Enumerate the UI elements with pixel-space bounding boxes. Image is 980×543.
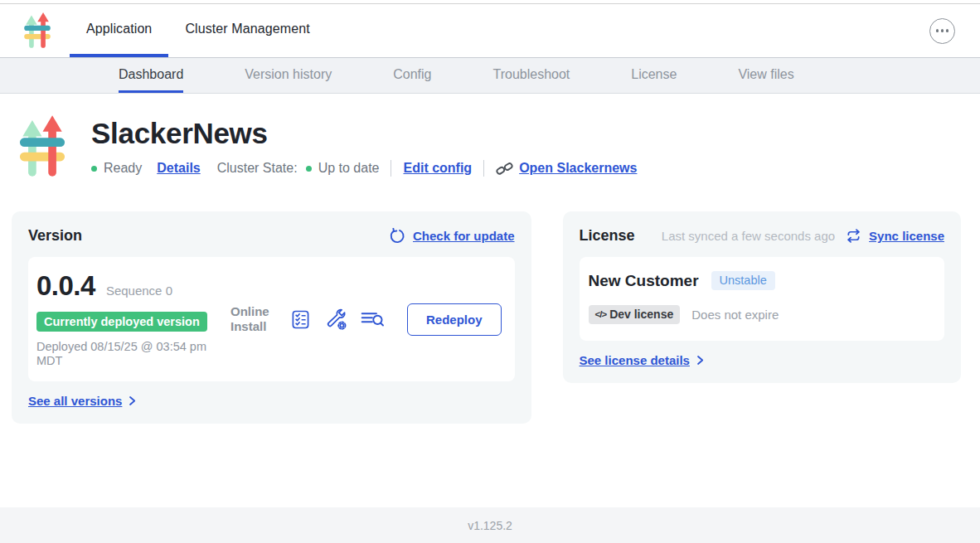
config-wrench-icon[interactable] bbox=[325, 308, 347, 330]
divider bbox=[483, 160, 484, 177]
license-card: License Last synced a few seconds ago Sy… bbox=[563, 211, 961, 383]
divider bbox=[391, 160, 391, 177]
edit-config-link[interactable]: Edit config bbox=[403, 161, 472, 176]
channel-badge: Unstable bbox=[711, 271, 775, 290]
status-details-link[interactable]: Details bbox=[157, 161, 200, 176]
cluster-state-dot bbox=[306, 166, 312, 172]
open-app-link[interactable]: Open Slackernews bbox=[496, 161, 637, 176]
license-details-panel: New Customer Unstable </> Dev license Do… bbox=[580, 257, 944, 341]
deployed-timestamp: Deployed 08/15/25 @ 03:54 pm MDT bbox=[36, 340, 215, 369]
app-status-row: Ready Details Cluster State: Up to date … bbox=[91, 160, 637, 177]
deployed-status-badge: Currently deployed version bbox=[36, 312, 207, 332]
version-sequence: Sequence 0 bbox=[106, 284, 172, 298]
chain-link-icon bbox=[496, 162, 513, 176]
see-all-versions-label: See all versions bbox=[28, 394, 122, 408]
console-footer: v1.125.2 bbox=[0, 507, 980, 543]
cluster-state-label: Cluster State: bbox=[217, 161, 298, 176]
tab-config[interactable]: Config bbox=[393, 58, 431, 93]
license-type-badge: </> Dev license bbox=[589, 305, 681, 324]
cluster-state-value: Up to date bbox=[318, 161, 380, 176]
code-icon: </> bbox=[595, 309, 607, 319]
redeploy-button[interactable]: Redeploy bbox=[407, 303, 502, 336]
sync-license-link[interactable]: Sync license bbox=[869, 229, 944, 243]
version-card: Version Check for update 0.0.4 Sequence … bbox=[12, 211, 531, 424]
deploy-logs-icon[interactable] bbox=[361, 309, 385, 330]
version-info: 0.0.4 Sequence 0 Currently deployed vers… bbox=[36, 270, 229, 369]
tab-application[interactable]: Application bbox=[70, 4, 168, 57]
nav-spacer bbox=[327, 4, 929, 57]
tab-cluster-management[interactable]: Cluster Management bbox=[168, 4, 326, 57]
tab-version-history[interactable]: Version history bbox=[245, 58, 332, 93]
app-header-text: SlackerNews Ready Details Cluster State:… bbox=[91, 115, 637, 178]
version-number: 0.0.4 bbox=[36, 270, 95, 302]
version-card-title: Version bbox=[28, 227, 82, 245]
open-app-link-label: Open Slackernews bbox=[519, 161, 637, 176]
license-card-title: License bbox=[580, 227, 635, 245]
top-nav: Application Cluster Management bbox=[0, 4, 980, 58]
dashboard-cards: Version Check for update 0.0.4 Sequence … bbox=[0, 211, 980, 424]
tab-dashboard[interactable]: Dashboard bbox=[119, 58, 183, 93]
top-nav-tabs: Application Cluster Management bbox=[70, 4, 327, 57]
last-synced-label: Last synced a few seconds ago bbox=[662, 229, 835, 243]
current-version-panel: 0.0.4 Sequence 0 Currently deployed vers… bbox=[28, 257, 515, 381]
customer-name: New Customer bbox=[589, 272, 699, 290]
tab-view-files[interactable]: View files bbox=[738, 58, 793, 93]
ellipsis-icon bbox=[941, 29, 944, 32]
refresh-icon bbox=[389, 228, 405, 245]
see-all-versions-link[interactable]: See all versions bbox=[28, 394, 137, 408]
license-type-label: Dev license bbox=[609, 308, 673, 321]
check-for-update-link[interactable]: Check for update bbox=[413, 229, 515, 243]
chevron-right-icon bbox=[128, 395, 137, 406]
overflow-menu-button[interactable] bbox=[929, 18, 955, 44]
app-sub-nav: Dashboard Version history Config Trouble… bbox=[0, 58, 980, 94]
app-status-dot bbox=[91, 166, 97, 172]
ellipsis-icon bbox=[946, 29, 949, 32]
version-card-header: Version Check for update bbox=[28, 227, 515, 245]
install-type-label: Online Install bbox=[230, 304, 276, 335]
app-status-label: Ready bbox=[104, 161, 142, 176]
sync-arrows-icon bbox=[846, 228, 861, 244]
tab-license[interactable]: License bbox=[631, 58, 677, 93]
version-actions: Online Install bbox=[230, 303, 502, 336]
page-title: SlackerNews bbox=[91, 117, 637, 150]
console-version: v1.125.2 bbox=[468, 519, 512, 532]
tab-troubleshoot[interactable]: Troubleshoot bbox=[492, 58, 570, 93]
see-license-details-link[interactable]: See license details bbox=[580, 353, 705, 367]
app-logo bbox=[23, 4, 51, 57]
ellipsis-icon bbox=[936, 29, 939, 32]
license-expiry: Does not expire bbox=[691, 308, 779, 322]
slackernews-logo-icon bbox=[23, 12, 51, 49]
chevron-right-icon bbox=[696, 355, 705, 366]
preflight-checklist-icon[interactable] bbox=[290, 309, 311, 330]
license-card-header: License Last synced a few seconds ago Sy… bbox=[580, 227, 944, 245]
slackernews-app-icon bbox=[18, 115, 66, 178]
app-header: SlackerNews Ready Details Cluster State:… bbox=[0, 94, 980, 178]
see-license-details-label: See license details bbox=[580, 353, 690, 367]
